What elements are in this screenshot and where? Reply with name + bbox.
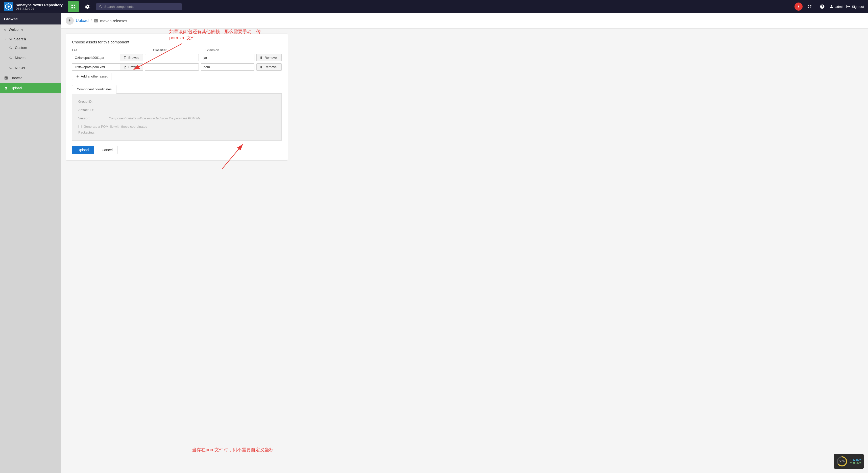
custom-search-icon (9, 46, 12, 49)
extension-input-1[interactable] (201, 63, 254, 71)
home-nav-button[interactable] (68, 1, 79, 12)
file-path-input-0[interactable] (72, 54, 120, 61)
search-bar[interactable] (96, 3, 182, 10)
tab-component-coordinates[interactable]: Component coordinates (72, 85, 117, 94)
browse-button-1[interactable]: Browse (120, 63, 143, 71)
search-input[interactable] (104, 5, 179, 8)
speed-percent: 59% (839, 460, 844, 463)
browse-button-0[interactable]: Browse (120, 54, 143, 61)
maven-search-icon (9, 56, 12, 60)
sidebar-item-nuget[interactable]: NuGet (0, 63, 61, 73)
assets-table-header: File Classifier Extension (72, 48, 282, 52)
maven-label: Maven (15, 56, 26, 60)
breadcrumb: Upload / maven-releases (61, 13, 868, 29)
search-section-icon (9, 37, 12, 41)
page-content: 如果该jar包还有其他依赖，那么需要手动上传pom.xml文件 当存在pom文件… (61, 29, 868, 473)
svg-point-2 (7, 5, 9, 7)
sidebar-item-browse[interactable]: Browse (0, 73, 61, 83)
tab-label: Component coordinates (77, 87, 112, 91)
browse-label: Browse (10, 76, 23, 80)
upload-speed: 5.4K/s (849, 459, 861, 462)
classifier-input-1[interactable] (145, 63, 198, 71)
download-speed-icon (849, 462, 852, 464)
nuget-search-icon (9, 66, 12, 70)
artifact-id-label: Artifact ID: (78, 108, 108, 112)
admin-label: admin (835, 5, 844, 8)
artifact-id-row: Artifact ID: (78, 108, 275, 112)
asset-row-1: Browse Remove (72, 63, 282, 71)
col-file-header: File (72, 48, 145, 52)
extension-input-0[interactable] (201, 54, 254, 61)
group-id-row: Group ID: (78, 100, 275, 103)
asset-row-0: Browse Remove (72, 54, 282, 61)
brand-logo (4, 2, 13, 11)
right-icons: ! admin Sign out (795, 1, 864, 12)
remove-button-1[interactable]: Remove (256, 63, 282, 71)
version-label: Version: (78, 116, 108, 120)
action-buttons: Upload Cancel (72, 146, 282, 154)
trash-icon-0 (260, 56, 263, 59)
help-button[interactable] (817, 1, 828, 12)
add-asset-button[interactable]: Add another asset (72, 73, 112, 80)
search-icon (99, 5, 102, 8)
upload-breadcrumb-link[interactable]: Upload (76, 19, 89, 23)
settings-nav-button[interactable] (82, 1, 93, 12)
sidebar-item-welcome[interactable]: ○ Welcome (0, 25, 61, 35)
assets-title: Choose assets for this component (72, 40, 282, 44)
tabs: Component coordinates (72, 85, 282, 94)
search-section-label: Search (14, 37, 26, 41)
signout-button[interactable]: Sign out (846, 4, 864, 9)
upload-card: Choose assets for this component File Cl… (66, 34, 288, 161)
download-speed: 0.6K/s (849, 462, 861, 465)
sidebar-section-search[interactable]: Search (0, 35, 61, 43)
file-input-group-1: Browse (72, 63, 143, 71)
upload-sidebar-icon (4, 86, 8, 90)
generate-pom-label: Generate a POM file with these coordinat… (84, 125, 147, 129)
upload-breadcrumb-icon (66, 16, 74, 25)
file-input-group-0: Browse (72, 54, 143, 61)
alert-icon[interactable]: ! (795, 2, 803, 10)
browse-label-1: Browse (128, 65, 139, 69)
coords-section: Group ID: Artifact ID: Version: Componen… (72, 94, 282, 141)
sidebar-item-custom[interactable]: Custom (0, 43, 61, 53)
upload-speed-value: 5.4K/s (853, 459, 861, 462)
sidebar-item-upload[interactable]: Upload (0, 83, 61, 93)
brand: Sonatype Nexus Repository OSS 3.62.0-01 (4, 2, 65, 11)
sidebar-header: Browse (0, 13, 61, 25)
brand-name: Sonatype Nexus Repository (16, 3, 63, 7)
annotation-text-2: 当存在pom文件时，则不需要自定义坐标 (192, 447, 274, 453)
packaging-row: Packaging: (78, 131, 275, 134)
packaging-label: Packaging: (78, 131, 108, 134)
col-classifier-header: Classifier (151, 48, 203, 52)
add-asset-label: Add another asset (81, 74, 107, 78)
brand-version: OSS 3.62.0-01 (16, 7, 63, 10)
speed-donut: 59% (836, 456, 847, 467)
pom-notice: Component details will be extracted from… (108, 116, 202, 120)
chevron-down-icon (4, 37, 7, 41)
main-layout: Browse ○ Welcome Search Custom Maven NuG… (0, 13, 868, 473)
top-nav: Sonatype Nexus Repository OSS 3.62.0-01 … (0, 0, 868, 13)
file-path-input-1[interactable] (72, 63, 120, 71)
user-info[interactable]: admin (829, 4, 844, 9)
upload-speed-icon (849, 459, 852, 461)
remove-label-0: Remove (265, 56, 277, 60)
cancel-button[interactable]: Cancel (97, 146, 118, 154)
classifier-input-0[interactable] (145, 54, 198, 61)
file-icon-1 (124, 65, 127, 69)
remove-button-0[interactable]: Remove (256, 54, 282, 61)
custom-label: Custom (15, 46, 27, 50)
refresh-button[interactable] (804, 1, 815, 12)
repo-icon (94, 19, 98, 23)
generate-pom-checkbox[interactable] (78, 125, 82, 128)
trash-icon-1 (260, 65, 263, 69)
version-row: Version: Component details will be extra… (78, 116, 275, 120)
group-id-label: Group ID: (78, 100, 108, 103)
browse-icon (4, 76, 8, 80)
main-content: Upload / maven-releases 如果该jar包还有其他依赖，那么… (61, 13, 868, 473)
upload-label: Upload (10, 86, 22, 90)
col-action-header (256, 48, 282, 52)
download-speed-value: 0.6K/s (853, 462, 861, 465)
sidebar-item-maven[interactable]: Maven (0, 53, 61, 63)
speed-widget: 59% 5.4K/s 0.6K/s (834, 454, 864, 469)
upload-button[interactable]: Upload (72, 146, 94, 154)
